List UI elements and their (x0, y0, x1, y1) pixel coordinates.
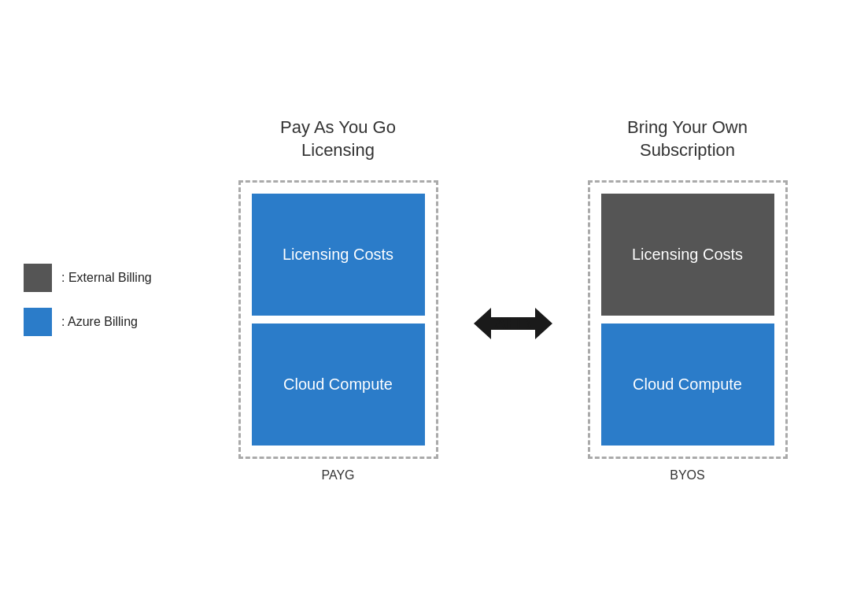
legend-item-external: : External Billing (24, 264, 152, 292)
payg-title: Pay As You GoLicensing (280, 116, 396, 161)
legend-box-external (24, 264, 52, 292)
payg-column: Pay As You GoLicensing Licensing Costs C… (238, 116, 438, 483)
ahb-label: AHB (494, 313, 532, 334)
payg-dashed-box: Licensing Costs Cloud Compute (238, 180, 438, 459)
payg-compute-box: Cloud Compute (252, 324, 425, 446)
byos-dashed-box: Licensing Costs Cloud Compute (588, 180, 788, 459)
byos-licensing-box: Licensing Costs (601, 194, 774, 316)
byos-footer: BYOS (670, 468, 704, 483)
legend-item-azure: : Azure Billing (24, 308, 152, 336)
diagram-area: Pay As You GoLicensing Licensing Costs C… (157, 0, 868, 599)
payg-footer: PAYG (321, 468, 354, 483)
legend-label-azure: : Azure Billing (61, 315, 138, 329)
byos-column: Bring Your OwnSubscription Licensing Cos… (588, 116, 788, 483)
byos-title: Bring Your OwnSubscription (627, 116, 748, 161)
arrow-shape: AHB (474, 300, 552, 347)
byos-compute-box: Cloud Compute (601, 324, 774, 446)
legend-box-azure (24, 308, 52, 336)
legend-label-external: : External Billing (61, 271, 152, 285)
ahb-arrow: AHB (474, 300, 552, 347)
ahb-arrow-container: AHB (470, 300, 556, 347)
main-container: : External Billing : Azure Billing Pay A… (0, 0, 868, 599)
payg-licensing-box: Licensing Costs (252, 194, 425, 316)
legend: : External Billing : Azure Billing (24, 264, 152, 336)
